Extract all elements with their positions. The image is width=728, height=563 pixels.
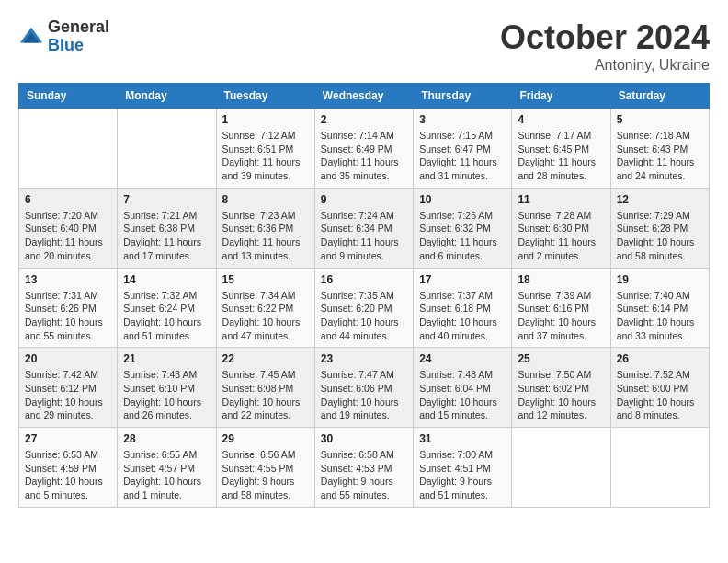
day-number: 1: [222, 113, 309, 126]
calendar-cell: 18Sunrise: 7:39 AM Sunset: 6:16 PM Dayli…: [512, 268, 610, 348]
day-info: Sunrise: 7:12 AM Sunset: 6:51 PM Dayligh…: [222, 129, 309, 183]
day-number: 4: [518, 113, 604, 126]
day-info: Sunrise: 7:40 AM Sunset: 6:14 PM Dayligh…: [617, 289, 703, 343]
calendar-cell: 6Sunrise: 7:20 AM Sunset: 6:40 PM Daylig…: [19, 188, 118, 268]
calendar-cell: 30Sunrise: 6:58 AM Sunset: 4:53 PM Dayli…: [314, 428, 413, 508]
day-info: Sunrise: 6:58 AM Sunset: 4:53 PM Dayligh…: [321, 448, 407, 502]
day-info: Sunrise: 7:35 AM Sunset: 6:20 PM Dayligh…: [321, 289, 407, 343]
day-info: Sunrise: 7:45 AM Sunset: 6:08 PM Dayligh…: [222, 368, 309, 422]
day-number: 15: [222, 273, 309, 286]
calendar-cell: [610, 428, 709, 508]
calendar-cell: [19, 109, 118, 189]
day-number: 22: [222, 352, 309, 365]
day-info: Sunrise: 7:17 AM Sunset: 6:45 PM Dayligh…: [518, 129, 604, 183]
day-number: 23: [321, 352, 407, 365]
day-info: Sunrise: 7:47 AM Sunset: 6:06 PM Dayligh…: [321, 368, 407, 422]
calendar-week-2: 6Sunrise: 7:20 AM Sunset: 6:40 PM Daylig…: [19, 188, 710, 268]
weekday-header-row: SundayMondayTuesdayWednesdayThursdayFrid…: [19, 84, 710, 109]
calendar-cell: 11Sunrise: 7:28 AM Sunset: 6:30 PM Dayli…: [512, 188, 610, 268]
calendar-cell: 24Sunrise: 7:48 AM Sunset: 6:04 PM Dayli…: [414, 348, 512, 428]
calendar-cell: 2Sunrise: 7:14 AM Sunset: 6:49 PM Daylig…: [314, 109, 413, 189]
day-info: Sunrise: 7:37 AM Sunset: 6:18 PM Dayligh…: [419, 289, 506, 343]
logo-blue: Blue: [48, 36, 84, 54]
day-number: 20: [25, 352, 111, 365]
weekday-header-sunday: Sunday: [19, 84, 118, 109]
day-number: 2: [321, 113, 407, 126]
logo-text: General Blue: [48, 18, 109, 55]
calendar-cell: 8Sunrise: 7:23 AM Sunset: 6:36 PM Daylig…: [216, 188, 314, 268]
day-info: Sunrise: 6:55 AM Sunset: 4:57 PM Dayligh…: [123, 448, 210, 502]
calendar-cell: 4Sunrise: 7:17 AM Sunset: 6:45 PM Daylig…: [512, 109, 610, 189]
day-info: Sunrise: 7:18 AM Sunset: 6:43 PM Dayligh…: [617, 129, 703, 183]
day-number: 18: [518, 273, 604, 286]
weekday-header-wednesday: Wednesday: [314, 84, 413, 109]
day-number: 11: [518, 193, 604, 206]
weekday-header-friday: Friday: [512, 84, 610, 109]
day-info: Sunrise: 7:50 AM Sunset: 6:02 PM Dayligh…: [518, 368, 604, 422]
calendar-header: SundayMondayTuesdayWednesdayThursdayFrid…: [19, 84, 710, 109]
day-number: 10: [419, 193, 506, 206]
weekday-header-saturday: Saturday: [610, 84, 709, 109]
day-number: 14: [123, 273, 210, 286]
day-number: 8: [222, 193, 309, 206]
day-number: 7: [123, 193, 210, 206]
calendar-cell: 26Sunrise: 7:52 AM Sunset: 6:00 PM Dayli…: [610, 348, 709, 428]
calendar-cell: 28Sunrise: 6:55 AM Sunset: 4:57 PM Dayli…: [118, 428, 216, 508]
day-info: Sunrise: 7:42 AM Sunset: 6:12 PM Dayligh…: [25, 368, 111, 422]
day-number: 17: [419, 273, 506, 286]
calendar-cell: 29Sunrise: 6:56 AM Sunset: 4:55 PM Dayli…: [216, 428, 314, 508]
day-info: Sunrise: 7:20 AM Sunset: 6:40 PM Dayligh…: [25, 209, 111, 263]
day-number: 25: [518, 352, 604, 365]
page-header: General Blue October 2024 Antoniny, Ukra…: [18, 18, 710, 74]
day-info: Sunrise: 7:24 AM Sunset: 6:34 PM Dayligh…: [321, 209, 407, 263]
day-info: Sunrise: 7:52 AM Sunset: 6:00 PM Dayligh…: [617, 368, 703, 422]
day-info: Sunrise: 7:21 AM Sunset: 6:38 PM Dayligh…: [123, 209, 210, 263]
calendar-cell: 16Sunrise: 7:35 AM Sunset: 6:20 PM Dayli…: [314, 268, 413, 348]
day-number: 3: [419, 113, 506, 126]
day-info: Sunrise: 7:15 AM Sunset: 6:47 PM Dayligh…: [419, 129, 506, 183]
day-number: 19: [617, 273, 703, 286]
day-number: 13: [25, 273, 111, 286]
calendar-cell: [118, 109, 216, 189]
day-number: 5: [617, 113, 703, 126]
day-number: 28: [123, 432, 210, 445]
day-number: 29: [222, 432, 309, 445]
day-number: 30: [321, 432, 407, 445]
location: Antoniny, Ukraine: [500, 57, 710, 74]
calendar-cell: 27Sunrise: 6:53 AM Sunset: 4:59 PM Dayli…: [19, 428, 118, 508]
logo: General Blue: [18, 18, 109, 55]
day-info: Sunrise: 7:39 AM Sunset: 6:16 PM Dayligh…: [518, 289, 604, 343]
day-info: Sunrise: 7:34 AM Sunset: 6:22 PM Dayligh…: [222, 289, 309, 343]
calendar-cell: 23Sunrise: 7:47 AM Sunset: 6:06 PM Dayli…: [314, 348, 413, 428]
calendar-week-5: 27Sunrise: 6:53 AM Sunset: 4:59 PM Dayli…: [19, 428, 710, 508]
calendar-week-1: 1Sunrise: 7:12 AM Sunset: 6:51 PM Daylig…: [19, 109, 710, 189]
calendar-cell: 5Sunrise: 7:18 AM Sunset: 6:43 PM Daylig…: [610, 109, 709, 189]
day-info: Sunrise: 7:29 AM Sunset: 6:28 PM Dayligh…: [617, 209, 703, 263]
calendar-cell: 7Sunrise: 7:21 AM Sunset: 6:38 PM Daylig…: [118, 188, 216, 268]
day-number: 31: [419, 432, 506, 445]
logo-general: General: [48, 17, 109, 36]
day-info: Sunrise: 7:00 AM Sunset: 4:51 PM Dayligh…: [419, 448, 506, 502]
day-info: Sunrise: 6:56 AM Sunset: 4:55 PM Dayligh…: [222, 448, 309, 502]
weekday-header-monday: Monday: [118, 84, 216, 109]
day-number: 27: [25, 432, 111, 445]
calendar-cell: 31Sunrise: 7:00 AM Sunset: 4:51 PM Dayli…: [414, 428, 512, 508]
calendar-cell: 25Sunrise: 7:50 AM Sunset: 6:02 PM Dayli…: [512, 348, 610, 428]
day-info: Sunrise: 7:31 AM Sunset: 6:26 PM Dayligh…: [25, 289, 111, 343]
day-number: 6: [25, 193, 111, 206]
day-number: 16: [321, 273, 407, 286]
calendar-week-4: 20Sunrise: 7:42 AM Sunset: 6:12 PM Dayli…: [19, 348, 710, 428]
month-title: October 2024: [500, 18, 710, 57]
calendar-body: 1Sunrise: 7:12 AM Sunset: 6:51 PM Daylig…: [19, 109, 710, 508]
day-info: Sunrise: 7:48 AM Sunset: 6:04 PM Dayligh…: [419, 368, 506, 422]
day-number: 24: [419, 352, 506, 365]
calendar-cell: 15Sunrise: 7:34 AM Sunset: 6:22 PM Dayli…: [216, 268, 314, 348]
day-info: Sunrise: 7:32 AM Sunset: 6:24 PM Dayligh…: [123, 289, 210, 343]
calendar-cell: 9Sunrise: 7:24 AM Sunset: 6:34 PM Daylig…: [314, 188, 413, 268]
day-number: 21: [123, 352, 210, 365]
calendar-cell: 17Sunrise: 7:37 AM Sunset: 6:18 PM Dayli…: [414, 268, 512, 348]
calendar-cell: 19Sunrise: 7:40 AM Sunset: 6:14 PM Dayli…: [610, 268, 709, 348]
day-number: 9: [321, 193, 407, 206]
calendar-cell: 12Sunrise: 7:29 AM Sunset: 6:28 PM Dayli…: [610, 188, 709, 268]
title-block: October 2024 Antoniny, Ukraine: [500, 18, 710, 74]
